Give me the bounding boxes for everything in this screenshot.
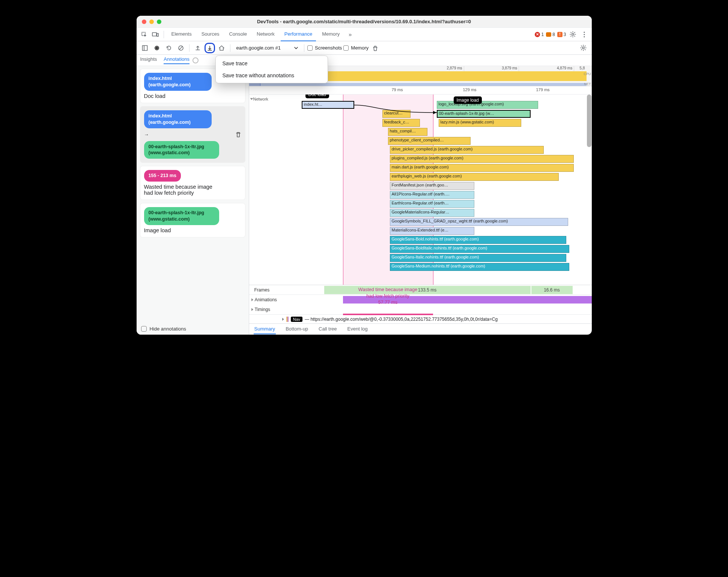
track-network[interactable]: Network xyxy=(251,97,268,101)
svg-point-13 xyxy=(582,47,584,49)
bar-drive[interactable]: drive_picker_compiled.js (earth.google.c… xyxy=(390,146,544,154)
violation-count[interactable]: !3 xyxy=(557,32,566,37)
bar-gsb[interactable]: GoogleSans-Bold.nohints.ttf (earth.googl… xyxy=(390,236,566,244)
tab-network[interactable]: Network xyxy=(253,28,278,41)
main-tabbar: Elements Sources Console Network Perform… xyxy=(137,28,592,41)
bar-feedback[interactable]: feedback_c… xyxy=(382,119,420,127)
annotations-sidebar: index.html (earth.google.com) Doc load i… xyxy=(137,66,249,335)
details-tabs: Summary Bottom-up Call tree Event log xyxy=(249,323,592,335)
tab-sources[interactable]: Sources xyxy=(198,28,223,41)
tab-elements[interactable]: Elements xyxy=(168,28,196,41)
minimize-window[interactable] xyxy=(149,20,154,24)
device-icon[interactable] xyxy=(151,30,160,39)
chip-splash-2: 00-earth-splash-1x-ltr.jpg (www.gstatic.… xyxy=(144,207,219,225)
chip-time-range: 155 - 213 ms xyxy=(144,170,181,182)
bar-plugins[interactable]: plugins_compiled.js (earth.google.com) xyxy=(390,155,574,163)
nav-chip: Nav xyxy=(291,317,303,322)
bar-index[interactable]: index.ht… xyxy=(302,101,354,109)
svg-point-6 xyxy=(584,36,585,37)
subtab-annotations[interactable]: Annotations xyxy=(164,56,190,64)
svg-rect-1 xyxy=(152,33,156,36)
bar-maindart[interactable]: main.dart.js (earth.google.com) xyxy=(390,164,574,172)
frames-track[interactable]: Frames 133.5 ms 16.6 ms xyxy=(249,285,592,295)
scrollbar-thumb[interactable] xyxy=(587,95,591,147)
settings-icon[interactable] xyxy=(569,30,578,39)
tab-memory[interactable]: Memory xyxy=(318,28,343,41)
bar-lazy[interactable]: lazy.min.js (www.gstatic.com) xyxy=(439,119,521,127)
titlebar: DevTools - earth.google.com/static/multi… xyxy=(137,16,592,28)
more-tabs[interactable]: » xyxy=(346,30,355,39)
trace-select[interactable]: earth.google.com #1 xyxy=(233,43,301,53)
gc-icon[interactable] xyxy=(370,43,381,53)
tab-performance[interactable]: Performance xyxy=(281,28,316,41)
time-ruler[interactable]: 79 ms 129 ms 179 ms xyxy=(249,86,592,95)
delete-annotation-icon[interactable] xyxy=(235,131,241,138)
chip-index-2: index.html (earth.google.com) xyxy=(144,110,212,128)
menu-save-trace-no-ann[interactable]: Save trace without annotations xyxy=(216,69,328,81)
bar-pheno[interactable]: phenotype_client_compiled… xyxy=(388,137,471,145)
traffic-lights xyxy=(142,20,161,24)
flamegraph[interactable]: Network Doc load index.ht… Image load lo… xyxy=(249,95,592,285)
track-timings[interactable]: Timings xyxy=(249,305,592,314)
track-animations[interactable]: Animations xyxy=(249,295,592,305)
home-icon[interactable] xyxy=(217,43,227,53)
frame-a[interactable]: 133.5 ms xyxy=(324,286,531,294)
bar-epweb[interactable]: earthplugin_web.js (earth.google.com) xyxy=(390,173,559,181)
tab-event-log[interactable]: Event log xyxy=(347,324,369,334)
clear-icon[interactable] xyxy=(176,43,186,53)
error-count[interactable]: ✕1 xyxy=(535,32,544,37)
annotation-card-2[interactable]: index.html (earth.google.com) → 00-earth… xyxy=(140,107,245,163)
kebab-icon[interactable] xyxy=(580,30,589,39)
reload-icon[interactable] xyxy=(164,43,174,53)
menu-save-trace[interactable]: Save trace xyxy=(216,57,328,69)
tab-summary[interactable]: Summary xyxy=(254,324,276,334)
svg-point-10 xyxy=(155,47,158,49)
overview-net-label: NET xyxy=(584,82,591,86)
warning-count[interactable]: 8 xyxy=(546,32,555,37)
trace-select-label: earth.google.com #1 xyxy=(236,45,281,51)
annotation-label-3: Wasted time because image had low fetch … xyxy=(144,184,219,196)
svg-line-12 xyxy=(179,47,182,50)
annotation-card-3[interactable]: 155 - 213 ms Wasted time because image h… xyxy=(140,166,245,200)
bar-allp[interactable]: All1PIcons-Regular.otf (earth.… xyxy=(390,191,474,199)
flamegraph-panel: 2,879 ms 3,879 ms 4,879 ms 5,8 CPU NET 7… xyxy=(249,66,592,335)
dock-icon[interactable] xyxy=(140,43,150,53)
tab-bottom-up[interactable]: Bottom-up xyxy=(285,324,309,334)
close-window[interactable] xyxy=(142,20,146,24)
record-icon[interactable] xyxy=(152,43,162,53)
frame-b[interactable]: 16.6 ms xyxy=(531,286,573,294)
tab-console[interactable]: Console xyxy=(225,28,251,41)
nav-url: — https://earth.google.com/web/@0,-0.373… xyxy=(305,317,498,322)
bar-gsm[interactable]: GoogleSans-Medium.nohints.ttf (earth.goo… xyxy=(390,263,569,271)
bar-earthi[interactable]: EarthIcons-Regular.otf (earth… xyxy=(390,200,474,208)
pill-doc-load: Doc load xyxy=(305,95,329,98)
bar-gsi[interactable]: GoogleSans-Italic.nohints.ttf (earth.goo… xyxy=(390,254,566,262)
bar-fontman[interactable]: FontManifest.json (earth.goo… xyxy=(390,182,474,190)
svg-point-3 xyxy=(572,33,574,35)
tab-call-tree[interactable]: Call tree xyxy=(318,324,337,334)
bar-hats[interactable]: hats_compil… xyxy=(388,128,427,136)
zoom-window[interactable] xyxy=(157,20,161,24)
inspect-icon[interactable] xyxy=(140,30,149,39)
bar-splash[interactable]: 00-earth-splash-1x-ltr.jpg (w… xyxy=(437,110,531,118)
bar-gsym[interactable]: GoogleSymbols_FILL_GRAD_opsz_wght.ttf (e… xyxy=(390,218,568,226)
subtab-insights[interactable]: Insights xyxy=(140,56,157,64)
nav-expand-icon[interactable] xyxy=(282,318,284,321)
download-icon[interactable] xyxy=(205,43,215,53)
arrow-icon: → xyxy=(144,132,149,137)
animation-bar[interactable] xyxy=(343,296,592,304)
bar-mie[interactable]: MaterialIcons-Extended.ttf (e… xyxy=(390,227,474,235)
settings2-icon[interactable] xyxy=(578,43,589,53)
nav-row: Nav — https://earth.google.com/web/@0,-0… xyxy=(249,314,592,323)
svg-point-4 xyxy=(584,32,585,33)
hide-annotations-checkbox[interactable]: Hide annotations xyxy=(141,326,187,332)
svg-rect-7 xyxy=(142,45,147,50)
memory-checkbox[interactable]: Memory xyxy=(343,45,369,51)
annotation-card-4[interactable]: 00-earth-splash-1x-ltr.jpg (www.gstatic.… xyxy=(140,203,245,237)
upload-icon[interactable] xyxy=(193,43,203,53)
bar-gsbi[interactable]: GoogleSans-BoldItalic.nohints.ttf (earth… xyxy=(390,245,569,253)
bar-gmi[interactable]: GoogleMaterialIcons-Regular… xyxy=(390,209,474,217)
bar-logo[interactable]: logo_lockup.svg (earth.google.com) xyxy=(437,101,538,109)
screenshots-checkbox[interactable]: Screenshots xyxy=(307,45,342,51)
devtools-window: DevTools - earth.google.com/static/multi… xyxy=(137,16,592,335)
